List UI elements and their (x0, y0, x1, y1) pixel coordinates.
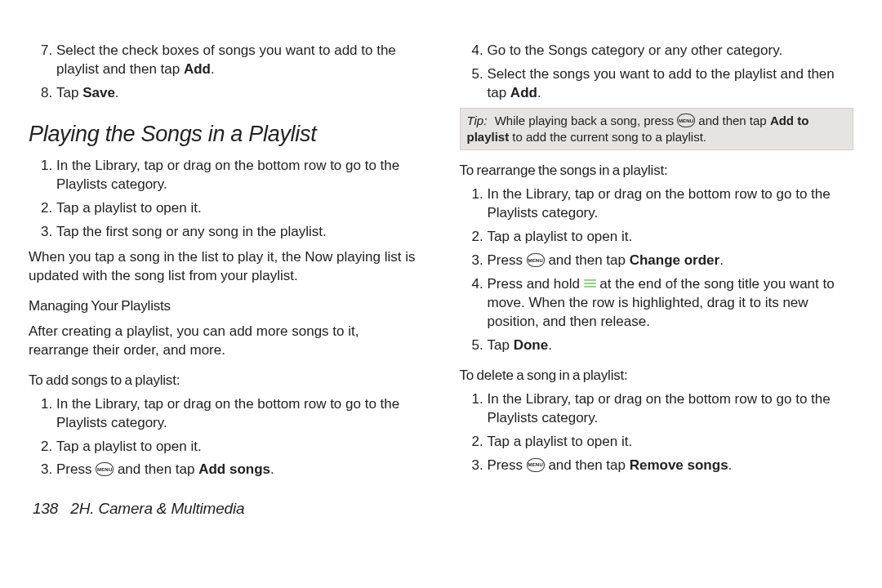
rearrange-heading: To rearrange the songs in a playlist: (460, 162, 854, 180)
bold: Change order (630, 252, 720, 268)
add-step-2: Tap a playlist to open it. (56, 438, 423, 457)
text: . (115, 85, 119, 100)
play-step-1: In the Library, tap or drag on the botto… (56, 157, 423, 194)
text: to add the current song to a playlist. (509, 130, 706, 144)
text: . (728, 457, 733, 473)
text: While playing back a song, press (495, 114, 677, 127)
page-footer: 138 2H. Camera & Multimedia (0, 498, 882, 519)
re-step-5: Tap Done. (488, 336, 854, 355)
heading-playing-songs: Playing the Songs in a Playlist (29, 119, 423, 149)
steps-continued: Select the check boxes of songs you want… (29, 42, 423, 103)
add-songs-steps: In the Library, tap or drag on the botto… (29, 395, 423, 480)
re-step-4: Press and hold at the end of the song ti… (488, 275, 854, 332)
step-7: Select the check boxes of songs you want… (56, 42, 423, 79)
step-8: Tap Save. (56, 84, 423, 103)
menu-icon: MENU (527, 253, 545, 267)
page-number: 138 (33, 500, 58, 517)
rearrange-steps: In the Library, tap or drag on the botto… (460, 185, 854, 355)
text: Press (56, 461, 96, 477)
del-step-3: Press MENU and then tap Remove songs. (488, 457, 854, 475)
text: . (537, 85, 541, 100)
bold: Add (184, 61, 211, 77)
play-step-2: Tap a playlist to open it. (56, 199, 423, 218)
re-step-2: Tap a playlist to open it. (488, 228, 854, 247)
text: Press (488, 252, 527, 268)
delete-heading: To delete a song in a playlist: (460, 367, 854, 385)
playing-steps: In the Library, tap or drag on the botto… (29, 157, 423, 242)
text: Tap (56, 85, 82, 100)
delete-steps: In the Library, tap or drag on the botto… (460, 390, 854, 475)
page-body: Select the check boxes of songs you want… (0, 0, 882, 498)
bold: Add (510, 85, 537, 100)
managing-para: After creating a playlist, you can add m… (29, 323, 423, 360)
managing-heading: Managing Your Playlists (29, 297, 423, 316)
text: and then tap (545, 457, 630, 473)
add-step-4: Go to the Songs category or any other ca… (488, 42, 854, 60)
text: . (211, 61, 215, 77)
re-step-3: Press MENU and then tap Change order. (488, 252, 854, 270)
text: Select the check boxes of songs you want… (56, 42, 396, 77)
add-step-1: In the Library, tap or drag on the botto… (56, 395, 423, 433)
add-songs-heading: To add songs to a playlist: (29, 372, 423, 390)
add-songs-steps-cont: Go to the Songs category or any other ca… (460, 42, 854, 103)
bold: Save (82, 85, 115, 100)
add-step-3: Press MENU and then tap Add songs. (56, 461, 423, 479)
now-playing-note: When you tap a song in the list to play … (29, 248, 423, 286)
text: . (719, 252, 724, 268)
menu-icon: MENU (96, 462, 114, 476)
text: . (270, 461, 274, 477)
drag-handle-icon (584, 278, 596, 289)
right-column: Go to the Songs category or any other ca… (460, 37, 854, 466)
text: . (548, 337, 552, 353)
play-step-3: Tap the first song or any song in the pl… (56, 223, 423, 242)
add-step-5: Select the songs you want to add to the … (488, 65, 854, 103)
section-title: 2H. Camera & Multimedia (70, 500, 244, 517)
re-step-1: In the Library, tap or drag on the botto… (488, 185, 854, 223)
tip-box: Tip: While playing back a song, press ME… (460, 108, 854, 151)
text: and then tap (695, 114, 770, 127)
text: and then tap (545, 252, 630, 268)
bold: Done (514, 337, 549, 353)
left-column: Select the check boxes of songs you want… (29, 37, 423, 466)
menu-icon: MENU (677, 114, 695, 127)
bold: Add songs (198, 461, 270, 477)
menu-icon: MENU (527, 458, 545, 472)
bold: Remove songs (630, 457, 728, 473)
del-step-1: In the Library, tap or drag on the botto… (488, 390, 854, 428)
tip-label: Tip: (467, 113, 492, 129)
text: Tap (488, 337, 514, 353)
text: Press (488, 457, 527, 473)
del-step-2: Tap a playlist to open it. (488, 433, 854, 452)
text: and then tap (114, 461, 198, 477)
text: Press and hold (488, 276, 584, 292)
